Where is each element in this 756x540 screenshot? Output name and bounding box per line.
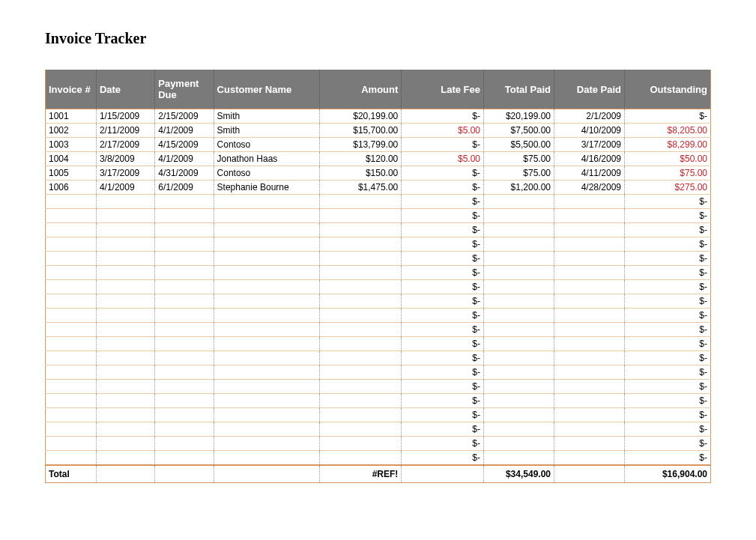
cell-total-paid[interactable]: $75.00 xyxy=(483,166,554,180)
cell-outstanding[interactable]: $- xyxy=(625,294,711,309)
table-row[interactable]: $-$- xyxy=(46,408,711,422)
cell-late-fee[interactable]: $- xyxy=(402,394,484,408)
cell-customer[interactable] xyxy=(214,337,319,351)
cell-amount[interactable]: $1,475.00 xyxy=(319,180,402,195)
cell-total-paid[interactable] xyxy=(483,323,554,337)
cell-customer[interactable] xyxy=(214,365,319,380)
cell-amount[interactable] xyxy=(319,451,402,466)
cell-total-paid[interactable] xyxy=(483,266,554,280)
table-row[interactable]: $-$- xyxy=(46,223,711,237)
cell-total-paid[interactable] xyxy=(483,451,554,466)
cell-late-fee[interactable]: $- xyxy=(402,223,484,237)
cell-late-fee[interactable]: $- xyxy=(402,309,484,323)
cell-date[interactable]: 2/17/2009 xyxy=(96,138,154,152)
cell-customer[interactable] xyxy=(214,351,319,365)
cell-date[interactable]: 1/15/2009 xyxy=(96,109,154,124)
cell-invoice[interactable] xyxy=(46,195,97,209)
cell-date[interactable] xyxy=(96,209,154,223)
cell-customer[interactable] xyxy=(214,280,319,294)
cell-payment-due[interactable] xyxy=(155,209,214,223)
cell-date-paid[interactable] xyxy=(554,380,625,394)
cell-payment-due[interactable] xyxy=(155,237,214,252)
header-date-paid[interactable]: Date Paid xyxy=(554,70,625,109)
cell-invoice[interactable] xyxy=(46,252,97,266)
cell-amount[interactable] xyxy=(319,351,402,365)
cell-late-fee[interactable]: $5.00 xyxy=(402,152,484,166)
cell-date-paid[interactable] xyxy=(554,237,625,252)
cell-total-paid[interactable]: $7,500.00 xyxy=(483,124,554,138)
cell-date[interactable] xyxy=(96,394,154,408)
header-total-paid[interactable]: Total Paid xyxy=(483,70,554,109)
cell-customer[interactable] xyxy=(214,394,319,408)
table-row[interactable]: $-$- xyxy=(46,294,711,309)
header-amount[interactable]: Amount xyxy=(319,70,402,109)
cell-invoice[interactable] xyxy=(46,451,97,466)
cell-customer[interactable] xyxy=(214,380,319,394)
cell-date[interactable]: 4/1/2009 xyxy=(96,180,154,195)
cell-date[interactable] xyxy=(96,195,154,209)
cell-late-fee[interactable]: $- xyxy=(402,337,484,351)
cell-outstanding[interactable]: $- xyxy=(625,365,711,380)
cell-date[interactable]: 3/8/2009 xyxy=(96,152,154,166)
cell-payment-due[interactable] xyxy=(155,252,214,266)
cell-invoice[interactable]: 1001 xyxy=(46,109,97,124)
cell-amount[interactable] xyxy=(319,266,402,280)
table-row[interactable]: $-$- xyxy=(46,195,711,209)
cell-invoice[interactable] xyxy=(46,351,97,365)
cell-amount[interactable] xyxy=(319,337,402,351)
cell-customer[interactable] xyxy=(214,195,319,209)
cell-amount[interactable]: $120.00 xyxy=(319,152,402,166)
cell-outstanding[interactable]: $8,299.00 xyxy=(625,138,711,152)
cell-amount[interactable] xyxy=(319,323,402,337)
cell-customer[interactable]: Stephanie Bourne xyxy=(214,180,319,195)
cell-customer[interactable]: Smith xyxy=(214,124,319,138)
cell-date[interactable] xyxy=(96,408,154,422)
cell-invoice[interactable] xyxy=(46,408,97,422)
cell-date[interactable] xyxy=(96,309,154,323)
cell-customer[interactable] xyxy=(214,323,319,337)
cell-outstanding[interactable]: $- xyxy=(625,323,711,337)
cell-date[interactable] xyxy=(96,351,154,365)
header-late-fee[interactable]: Late Fee xyxy=(402,70,484,109)
cell-date[interactable] xyxy=(96,422,154,437)
cell-date[interactable] xyxy=(96,280,154,294)
cell-date-paid[interactable] xyxy=(554,280,625,294)
header-invoice[interactable]: Invoice # xyxy=(46,70,97,109)
cell-date[interactable] xyxy=(96,266,154,280)
cell-outstanding[interactable]: $- xyxy=(625,422,711,437)
cell-outstanding[interactable]: $275.00 xyxy=(625,180,711,195)
cell-total-paid[interactable] xyxy=(483,280,554,294)
cell-outstanding[interactable]: $- xyxy=(625,266,711,280)
cell-date[interactable] xyxy=(96,380,154,394)
cell-payment-due[interactable]: 2/15/2009 xyxy=(155,109,214,124)
cell-outstanding[interactable]: $- xyxy=(625,351,711,365)
cell-late-fee[interactable]: $- xyxy=(402,408,484,422)
cell-outstanding[interactable]: $- xyxy=(625,252,711,266)
cell-outstanding[interactable]: $- xyxy=(625,195,711,209)
cell-date-paid[interactable]: 4/28/2009 xyxy=(554,180,625,195)
cell-invoice[interactable]: 1002 xyxy=(46,124,97,138)
table-row[interactable]: $-$- xyxy=(46,380,711,394)
cell-outstanding[interactable]: $- xyxy=(625,408,711,422)
cell-amount[interactable]: $15,700.00 xyxy=(319,124,402,138)
cell-payment-due[interactable] xyxy=(155,266,214,280)
cell-payment-due[interactable] xyxy=(155,323,214,337)
cell-late-fee[interactable]: $- xyxy=(402,180,484,195)
cell-amount[interactable] xyxy=(319,280,402,294)
cell-amount[interactable] xyxy=(319,437,402,451)
cell-invoice[interactable] xyxy=(46,394,97,408)
cell-total-paid[interactable] xyxy=(483,195,554,209)
cell-payment-due[interactable] xyxy=(155,280,214,294)
cell-late-fee[interactable]: $- xyxy=(402,365,484,380)
cell-total-paid[interactable] xyxy=(483,394,554,408)
cell-amount[interactable] xyxy=(319,195,402,209)
header-outstanding[interactable]: Outstanding xyxy=(625,70,711,109)
cell-date-paid[interactable] xyxy=(554,195,625,209)
cell-outstanding[interactable]: $- xyxy=(625,223,711,237)
table-row[interactable]: $-$- xyxy=(46,280,711,294)
cell-amount[interactable] xyxy=(319,365,402,380)
cell-date-paid[interactable] xyxy=(554,365,625,380)
cell-late-fee[interactable]: $- xyxy=(402,266,484,280)
cell-payment-due[interactable] xyxy=(155,422,214,437)
cell-date[interactable]: 2/11/2009 xyxy=(96,124,154,138)
